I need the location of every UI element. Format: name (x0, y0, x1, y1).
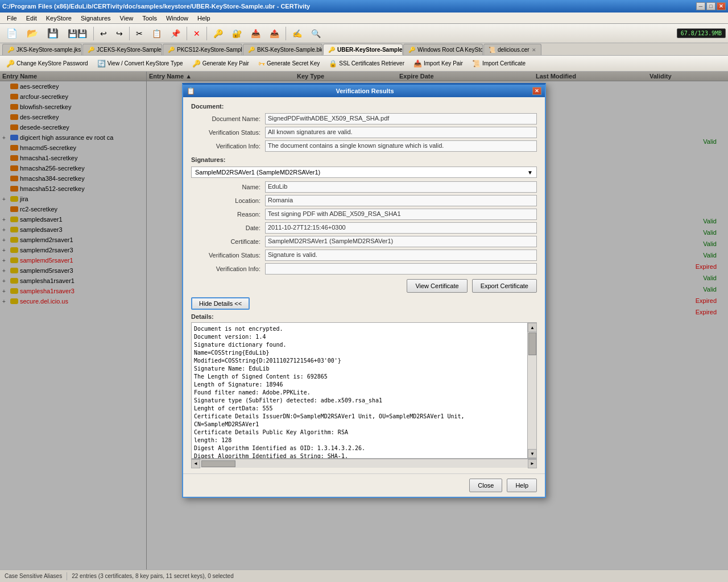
menu-window[interactable]: Window (162, 14, 193, 23)
secondary-toolbar: 🔑 Change KeyStore Password 🔄 View / Conv… (0, 56, 728, 72)
tab-delicious-close[interactable]: ✕ (532, 47, 536, 53)
signatures-section: Signatures: SampleMD2RSAVer1 (SampleMD2R… (191, 156, 537, 275)
key-button[interactable]: 🔐 (228, 26, 246, 41)
hide-details-button[interactable]: Hide Details << (191, 297, 250, 310)
status-bar: Case Sensitive Aliases 22 entries (3 cer… (0, 569, 728, 582)
import-button[interactable]: 📥 (247, 26, 264, 41)
verification-info-row: Verification Info: The document contains… (191, 140, 537, 152)
chevron-down-icon: ▼ (527, 169, 533, 176)
signatures-label: Signatures: (191, 156, 537, 163)
menu-keystore[interactable]: KeyStore (42, 14, 76, 23)
open-button[interactable]: 📂 (23, 26, 42, 41)
details-textarea[interactable] (192, 323, 527, 458)
view-convert-button[interactable]: 🔄 View / Convert KeyStore Type (93, 57, 187, 70)
sig-ver-status-label: Verification Status: (191, 252, 265, 259)
dialog-overlay: 📋 Verification Results ✕ Document: Docum… (0, 72, 728, 569)
undo-button[interactable]: ↩ (96, 26, 111, 41)
toolbar-separator-5 (286, 27, 286, 40)
cert-button[interactable]: 🔑 (209, 26, 227, 41)
toolbar-separator-4 (206, 27, 207, 40)
sign-button[interactable]: ✍ (288, 26, 306, 41)
menu-file[interactable]: File (2, 14, 22, 23)
tab-jks-icon: 🔑 (7, 47, 14, 53)
import-key-pair-button[interactable]: 📥 Import Key Pair (410, 57, 467, 70)
signatures-dropdown[interactable]: SampleMD2RSAVer1 (SampleMD2RSAVer1) ▼ (191, 167, 537, 178)
menu-signatures[interactable]: Signatures (76, 14, 115, 23)
paste-button[interactable]: 📌 (167, 26, 184, 41)
tab-delicious[interactable]: 📜 delicious.cer ✕ (483, 44, 541, 55)
redo-button[interactable]: ↪ (112, 26, 127, 41)
details-text-container: ▲ ▼ (191, 322, 537, 459)
tab-winroot[interactable]: 🔑 Windows Root CA KeyStore ✕ (403, 44, 483, 55)
close-button-dialog[interactable]: Close (469, 479, 502, 492)
tab-delicious-icon: 📜 (489, 47, 495, 53)
import-cert-label: Import Certificate (482, 60, 526, 66)
tab-ubr[interactable]: 🔑 UBER-KeyStore-Sample.ubr ✕ (323, 44, 403, 55)
menu-tools[interactable]: Tools (138, 14, 162, 23)
tab-jks[interactable]: 🔑 JKS-KeyStore-sample.jks ✕ (2, 44, 82, 55)
sig-date-value: 2011-10-27T12:15:46+0300 (265, 222, 537, 234)
status-text-1: Case Sensitive Aliases (5, 573, 62, 579)
main-content: Entry Name aes-secretkey arcfour-secretk… (0, 72, 728, 569)
minimize-button[interactable]: ─ (696, 2, 705, 10)
title-text: C:/Program Files (x86)/EduLib/CERTivity/… (2, 3, 310, 10)
scroll-right-button[interactable]: ► (528, 459, 537, 468)
close-button[interactable]: ✕ (717, 2, 726, 10)
sig-cert-value: SampleMD2RSAVer1 (SampleMD2RSAVer1) (265, 236, 537, 247)
save-all-button[interactable]: 💾💾 (64, 26, 91, 41)
view-certificate-button[interactable]: View Certificate (407, 279, 467, 293)
tab-winroot-icon: 🔑 (408, 47, 415, 53)
scroll-left-button[interactable]: ◄ (191, 459, 200, 468)
title-bar: C:/Program Files (x86)/EduLib/CERTivity/… (0, 0, 728, 13)
save-button[interactable]: 💾 (43, 26, 63, 41)
main-toolbar: 📄 📂 💾 💾💾 ↩ ↪ ✂ 📋 📌 ✕ 🔑 🔐 📥 📤 ✍ 🔍 67.8/12… (0, 24, 728, 43)
cut-button[interactable]: ✂ (132, 26, 147, 41)
menu-edit[interactable]: Edit (22, 14, 42, 23)
export-button[interactable]: 📤 (266, 26, 283, 41)
dialog-close-button[interactable]: ✕ (532, 87, 541, 95)
scroll-thumb[interactable] (528, 332, 536, 355)
document-name-value: SignedPDFwithADBE_X509_RSA_SHA.pdf (265, 113, 537, 124)
maximize-button[interactable]: □ (706, 2, 715, 10)
document-section-label: Document: (191, 103, 537, 110)
horiz-scroll-thumb[interactable] (201, 460, 235, 467)
generate-secret-key-button[interactable]: 🗝 Generate Secret Key (254, 57, 324, 70)
tab-p12-icon: 🔑 (168, 47, 175, 53)
sig-reason-label: Reason: (191, 211, 265, 218)
status-text-2: 22 entries (3 certificates, 8 key pairs,… (72, 573, 234, 579)
delete-button[interactable]: ✕ (189, 26, 204, 41)
cert-buttons-row: View Certificate Export Certificate (191, 279, 537, 293)
sig-ver-info-value (265, 263, 537, 275)
tab-jce-label: JCEKS-KeyStore-Sample.jce (97, 47, 162, 53)
scroll-down-button[interactable]: ▼ (528, 449, 537, 458)
ssl-cert-retriever-button[interactable]: 🔒 SSL Certificates Retriever (325, 57, 408, 70)
view-convert-label: View / Convert KeyStore Type (107, 60, 183, 66)
document-name-label: Document Name: (191, 115, 265, 122)
import-certificate-button[interactable]: 📜 Import Certificate (468, 57, 530, 70)
new-button[interactable]: 📄 (2, 26, 22, 41)
horiz-scrollbar: ◄ ► (191, 459, 537, 468)
tab-ubr-label: UBER-KeyStore-Sample.ubr (337, 47, 403, 53)
menu-help[interactable]: Help (193, 14, 215, 23)
tab-jce[interactable]: 🔑 JCEKS-KeyStore-Sample.jce ✕ (82, 44, 162, 55)
verification-dialog: 📋 Verification Results ✕ Document: Docum… (182, 83, 546, 498)
ver-status-label: Verification Status: (191, 129, 265, 136)
sig-ver-info-row: Verification Info: (191, 263, 537, 275)
change-password-label: Change KeyStore Password (16, 60, 88, 66)
scroll-up-button[interactable]: ▲ (528, 323, 537, 332)
ssl-cert-label: SSL Certificates Retriever (339, 60, 404, 66)
generate-key-pair-button[interactable]: 🔑 Generate Key Pair (188, 57, 253, 70)
tab-bks[interactable]: 🔑 BKS-KeyStore-Sample.bks ✕ (243, 44, 322, 55)
tab-p12[interactable]: 🔑 PKCS12-KeyStore-Sample.p12 ✕ (163, 44, 242, 55)
title-bar-controls: ─ □ ✕ (696, 2, 726, 10)
help-button[interactable]: Help (507, 479, 537, 492)
verify-button[interactable]: 🔍 (307, 26, 325, 41)
dialog-title-text: Verification Results (336, 88, 394, 94)
sig-ver-status-row: Verification Status: Signature is valid. (191, 250, 537, 261)
sig-ver-status-value: Signature is valid. (265, 250, 537, 261)
copy-button[interactable]: 📋 (148, 26, 166, 41)
export-certificate-button[interactable]: Export Certificate (472, 279, 537, 293)
menu-view[interactable]: View (115, 14, 138, 23)
change-keystore-password-button[interactable]: 🔑 Change KeyStore Password (2, 57, 92, 70)
sig-name-value: EduLib (265, 181, 537, 193)
